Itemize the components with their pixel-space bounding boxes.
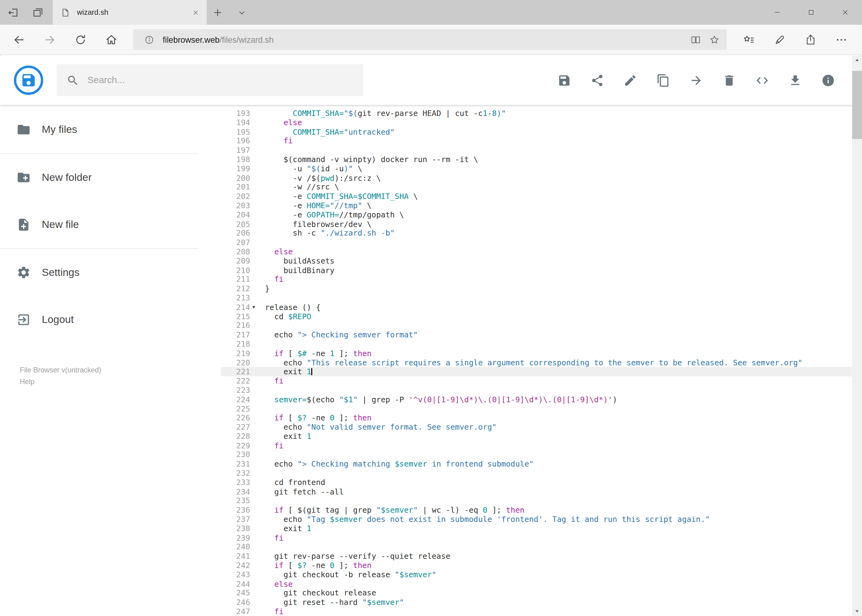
favorite-star-icon[interactable] xyxy=(705,30,723,49)
line-number[interactable]: 195 xyxy=(221,127,250,137)
code-line-232[interactable]: 232 xyxy=(221,469,852,478)
line-number[interactable]: 238 xyxy=(221,524,250,533)
search-input[interactable] xyxy=(87,75,354,86)
line-number[interactable]: 239 xyxy=(221,533,250,542)
refresh-button[interactable] xyxy=(67,27,93,52)
line-number[interactable]: 234 xyxy=(221,487,250,497)
code-line-241[interactable]: 241 git rev-parse --verify --quiet relea… xyxy=(221,552,852,561)
line-number[interactable]: 207 xyxy=(221,238,250,247)
info-button[interactable] xyxy=(817,69,839,91)
code-line-196[interactable]: 196 fi xyxy=(221,137,852,146)
code-line-239[interactable]: 239 fi xyxy=(221,533,852,542)
code-line-229[interactable]: 229 fi xyxy=(221,441,852,450)
code-line-218[interactable]: 218 xyxy=(221,339,852,349)
line-number[interactable]: 243 xyxy=(221,570,250,580)
code-line-234[interactable]: 234 git fetch --all xyxy=(221,487,852,497)
code-line-244[interactable]: 244 else xyxy=(221,580,852,589)
code-line-225[interactable]: 225 xyxy=(221,404,852,413)
line-number[interactable]: 246 xyxy=(221,598,250,607)
filebrowser-floppy-logo[interactable] xyxy=(14,66,43,95)
line-number[interactable]: 231 xyxy=(221,459,250,469)
line-number[interactable]: 216 xyxy=(221,321,250,330)
code-line-221[interactable]: 221 exit 1 xyxy=(221,367,852,376)
code-line-215[interactable]: 215 cd $REPO xyxy=(221,312,852,321)
line-number[interactable]: 203 xyxy=(221,201,250,211)
line-number[interactable]: 212 xyxy=(221,284,250,293)
line-number[interactable]: 247 xyxy=(221,607,250,616)
code-line-247[interactable]: 247 fi xyxy=(221,607,852,616)
web-note-pen-button[interactable] xyxy=(766,27,793,52)
line-number[interactable]: 244 xyxy=(221,580,250,589)
line-number[interactable]: 225 xyxy=(221,404,250,413)
line-number[interactable]: 199 xyxy=(221,164,250,173)
line-number[interactable]: 214 xyxy=(221,303,250,312)
scroll-up-icon[interactable] xyxy=(852,55,862,65)
browser-tab[interactable]: wizard.sh xyxy=(53,0,206,25)
line-number[interactable]: 229 xyxy=(221,441,250,450)
code-line-224[interactable]: 224 semver=$(echo "$1" | grep -P '^v(0|[… xyxy=(221,395,852,404)
line-number[interactable]: 245 xyxy=(221,589,250,598)
code-line-195[interactable]: 195 COMMIT_SHA="untracked" xyxy=(221,127,852,137)
sidebar-item-my-files[interactable]: My files xyxy=(0,106,221,154)
move-button[interactable] xyxy=(685,69,707,91)
rename-button[interactable] xyxy=(619,69,641,91)
download-button[interactable] xyxy=(784,69,806,91)
line-number[interactable]: 228 xyxy=(221,432,250,441)
hub-button[interactable] xyxy=(736,27,762,52)
forward-button[interactable] xyxy=(36,27,63,52)
share-file-button[interactable] xyxy=(586,69,608,91)
line-number[interactable]: 220 xyxy=(221,358,250,367)
line-number[interactable]: 223 xyxy=(221,386,250,395)
line-number[interactable]: 213 xyxy=(221,293,250,303)
line-number[interactable]: 226 xyxy=(221,413,250,423)
line-number[interactable]: 241 xyxy=(221,552,250,561)
line-number[interactable]: 230 xyxy=(221,450,250,459)
line-number[interactable]: 236 xyxy=(221,506,250,515)
code-line-213[interactable]: 213 xyxy=(221,293,852,303)
code-line-211[interactable]: 211 fi xyxy=(221,275,852,284)
line-number[interactable]: 209 xyxy=(221,256,250,266)
code-line-226[interactable]: 226 if [ $? -ne 0 ]; then xyxy=(221,413,852,423)
code-line-222[interactable]: 222 fi xyxy=(221,376,852,386)
code-line-228[interactable]: 228 exit 1 xyxy=(221,432,852,441)
line-number[interactable]: 202 xyxy=(221,192,250,201)
sidebar-item-new-folder[interactable]: New folder xyxy=(0,154,221,201)
line-number[interactable]: 205 xyxy=(221,220,250,229)
maximize-button[interactable] xyxy=(794,0,828,25)
tab-preview-chevron-icon[interactable] xyxy=(238,8,246,17)
code-line-198[interactable]: 198 $(command -v winpty) docker run --rm… xyxy=(221,155,852,164)
code-line-237[interactable]: 237 echo "Tag $semver does not exist in … xyxy=(221,515,852,524)
line-number[interactable]: 218 xyxy=(221,339,250,349)
raw-view-button[interactable] xyxy=(751,69,773,91)
code-line-207[interactable]: 207 xyxy=(221,238,852,247)
url-text[interactable]: filebrowser.web/files/wizard.sh xyxy=(163,35,686,44)
line-number[interactable]: 211 xyxy=(221,275,250,284)
line-number[interactable]: 217 xyxy=(221,330,250,339)
sidebar-item-logout[interactable]: Logout xyxy=(0,296,221,344)
code-line-205[interactable]: 205 filebrowser/dev \ xyxy=(221,220,852,229)
line-number[interactable]: 200 xyxy=(221,173,250,183)
line-number[interactable]: 204 xyxy=(221,211,250,220)
code-line-217[interactable]: 217 echo "> Checking semver format" xyxy=(221,330,852,339)
code-line-240[interactable]: 240 xyxy=(221,542,852,552)
code-line-208[interactable]: 208 else xyxy=(221,247,852,256)
code-line-245[interactable]: 245 git checkout release xyxy=(221,589,852,598)
code-line-212[interactable]: 212} xyxy=(221,284,852,293)
share-button[interactable] xyxy=(797,27,824,52)
code-line-204[interactable]: 204 -e GOPATH=//tmp/gopath \ xyxy=(221,211,852,220)
code-line-206[interactable]: 206 sh -c "./wizard.sh -b" xyxy=(221,229,852,238)
line-number[interactable]: 196 xyxy=(221,137,250,146)
back-button[interactable] xyxy=(6,27,32,52)
line-number[interactable]: 215 xyxy=(221,312,250,321)
line-number[interactable]: 242 xyxy=(221,561,250,570)
line-number[interactable]: 208 xyxy=(221,247,250,256)
code-line-243[interactable]: 243 git checkout -b release "$semver" xyxy=(221,570,852,580)
more-button[interactable] xyxy=(828,27,854,52)
close-button[interactable] xyxy=(828,0,862,25)
line-number[interactable]: 227 xyxy=(221,423,250,432)
sidebar-item-settings[interactable]: Settings xyxy=(0,249,221,296)
fold-arrow-icon[interactable]: ▾ xyxy=(252,303,255,312)
tab-close-icon[interactable] xyxy=(190,7,201,18)
set-tabs-aside-icon[interactable] xyxy=(7,6,19,19)
code-line-214[interactable]: 214▾release () { xyxy=(221,303,852,312)
